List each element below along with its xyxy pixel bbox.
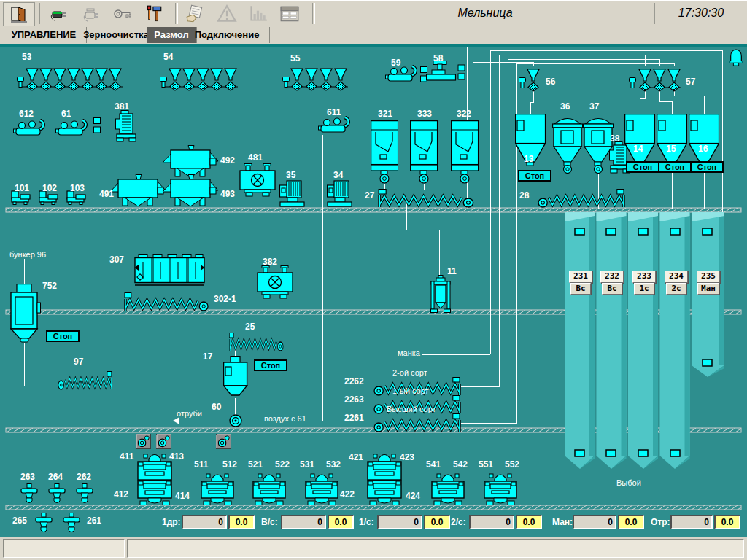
sieve-row-55[interactable] <box>283 69 349 90</box>
label-103: 103 <box>70 183 85 193</box>
sieve-row-57[interactable] <box>630 69 682 91</box>
label-413: 413 <box>169 451 184 462</box>
status-panel-right <box>127 539 744 558</box>
valve-265[interactable] <box>36 513 52 532</box>
machine-58[interactable] <box>427 61 465 81</box>
hopper-752[interactable] <box>11 284 41 342</box>
machine-382[interactable] <box>258 266 293 299</box>
screw-conveyor-28[interactable] <box>538 190 624 208</box>
alarms-button[interactable] <box>212 2 242 25</box>
stop-button-17[interactable]: Стоп <box>254 359 287 371</box>
valve-264[interactable] <box>49 484 65 503</box>
aspirator-611[interactable] <box>319 117 349 132</box>
bin-15[interactable] <box>657 114 687 166</box>
label-54: 54 <box>163 52 173 62</box>
plug-connect-icon <box>50 5 69 23</box>
silo-231-grade[interactable]: Вс <box>570 283 591 295</box>
roller-mill-551-552[interactable] <box>484 474 516 505</box>
tab-bar: УПРАВЛЕНИЕ Зерноочистка Размол Подключен… <box>0 26 747 44</box>
roller-mill-511-512[interactable] <box>201 474 233 505</box>
plug-disconnect-icon <box>82 5 101 23</box>
silo-234-grade[interactable]: 2с <box>666 283 686 295</box>
filter-322[interactable] <box>452 121 479 183</box>
aspirator-61[interactable] <box>56 120 86 135</box>
sifter-491[interactable] <box>110 175 166 207</box>
roller-mill-521-522[interactable] <box>253 474 285 505</box>
setup-button[interactable] <box>139 2 169 25</box>
screw-conveyor-27[interactable] <box>379 190 473 208</box>
trends-button[interactable] <box>243 2 274 25</box>
key-button[interactable] <box>107 2 137 25</box>
label-423: 423 <box>400 452 414 462</box>
stop-button-752[interactable]: Стоп <box>46 330 80 342</box>
stop-button-16[interactable]: Стоп <box>690 161 724 173</box>
stop-button-15[interactable]: Стоп <box>658 161 692 173</box>
silo-233[interactable] <box>628 212 658 469</box>
filter-321[interactable] <box>371 121 398 183</box>
aspirator-612[interactable] <box>14 120 44 135</box>
silo-235-grade[interactable]: Ман <box>697 283 719 295</box>
silo-231[interactable] <box>565 212 595 469</box>
fan-unit-3[interactable] <box>216 434 231 448</box>
silo-234[interactable] <box>660 212 690 469</box>
label-37: 37 <box>589 101 599 112</box>
exit-button[interactable] <box>3 2 35 26</box>
silo-232-grade[interactable]: Вс <box>602 283 622 295</box>
cyclone-36[interactable] <box>553 119 583 174</box>
sieve-row-54[interactable] <box>160 69 239 90</box>
sifter-493[interactable] <box>163 175 218 207</box>
note-otrubi: отруби <box>177 409 202 418</box>
bin-16[interactable] <box>689 114 719 166</box>
sieve-unit-56[interactable] <box>519 69 540 91</box>
silo-232[interactable] <box>597 212 627 469</box>
elevator-11[interactable] <box>431 276 451 313</box>
sifter-307[interactable] <box>135 255 205 286</box>
screw-conveyor-302-1[interactable] <box>125 293 208 311</box>
bin-14[interactable] <box>625 114 655 166</box>
roller-mill-421-424[interactable] <box>368 454 401 505</box>
label-101: 101 <box>15 183 29 193</box>
valve-60[interactable] <box>230 415 241 427</box>
silo-232-number[interactable]: 232 <box>600 271 624 283</box>
stop-button-13[interactable]: Стоп <box>518 170 551 182</box>
fan-unit-2[interactable] <box>156 434 171 448</box>
valve-261[interactable] <box>63 513 80 532</box>
motor-35[interactable] <box>280 181 305 206</box>
motor-381[interactable] <box>116 111 136 142</box>
label-57: 57 <box>686 77 695 87</box>
silo-235[interactable] <box>692 212 724 377</box>
silo-233-number[interactable]: 233 <box>632 271 656 283</box>
hopper-17[interactable] <box>224 357 247 395</box>
silo-234-number[interactable]: 234 <box>665 271 688 283</box>
valve-263[interactable] <box>21 484 37 503</box>
label-307: 307 <box>109 254 124 265</box>
motor-34[interactable] <box>328 181 352 206</box>
label-611: 611 <box>327 107 341 117</box>
valve-262[interactable] <box>77 484 93 503</box>
connect-button[interactable] <box>44 2 74 25</box>
status-rate-1dr: 0.0 <box>228 515 255 529</box>
report-button[interactable] <box>180 2 211 25</box>
alarm-bell-icon[interactable] <box>729 50 743 66</box>
note-vyboy: Выбой <box>616 478 641 487</box>
values-button[interactable] <box>274 2 305 25</box>
tab-podkluchenie[interactable]: Подключение <box>185 27 270 43</box>
silo-233-grade[interactable]: 1с <box>634 283 654 295</box>
roller-mill-411-414[interactable] <box>138 454 171 505</box>
filter-333[interactable] <box>411 121 438 183</box>
disconnect-button[interactable] <box>76 2 107 25</box>
screw-conveyor-25[interactable] <box>230 333 283 351</box>
silo-235-number[interactable]: 235 <box>697 271 720 283</box>
warning-triangle-icon <box>217 4 237 23</box>
screw-conveyor-97[interactable] <box>58 372 112 390</box>
aspirator-59[interactable] <box>386 66 416 81</box>
sifter-492[interactable] <box>163 146 218 178</box>
machine-481[interactable] <box>240 164 275 197</box>
roller-mill-531-532[interactable] <box>306 474 338 505</box>
sieve-row-53[interactable] <box>18 69 123 90</box>
roller-mill-541-542[interactable] <box>432 474 464 505</box>
silo-231-number[interactable]: 231 <box>569 271 592 283</box>
stop-button-14[interactable]: Стоп <box>626 161 659 173</box>
fan-unit-1[interactable] <box>136 434 150 448</box>
cyclone-37[interactable] <box>584 119 614 174</box>
